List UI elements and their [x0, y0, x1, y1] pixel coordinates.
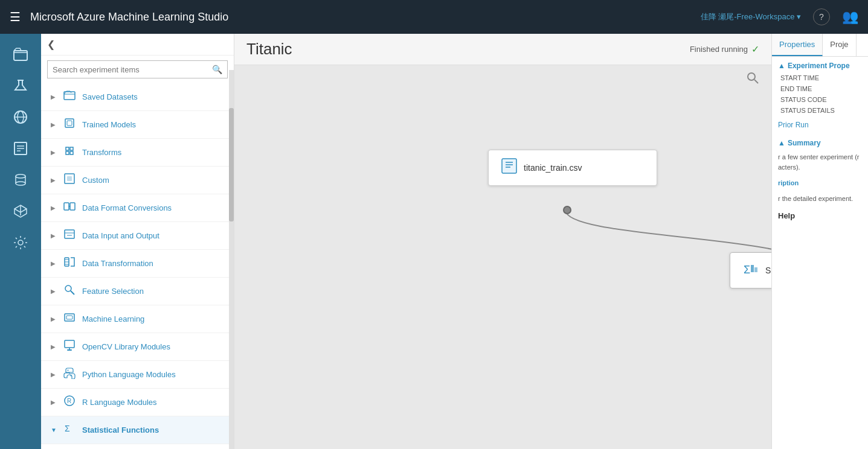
sidebar-item-data-format[interactable]: ▶ Data Format Conversions: [41, 194, 234, 222]
svg-rect-16: [67, 121, 72, 126]
icon-bar-item-globe[interactable]: [6, 103, 35, 132]
arrow-icon: ▶: [51, 343, 57, 350]
icon-bar-item-notes[interactable]: [6, 134, 35, 163]
canvas[interactable]: titanic_train.csv Σ Summarize Data ✓: [234, 65, 771, 449]
prior-run-link[interactable]: Prior Run: [772, 116, 868, 134]
summary-triangle-icon: ▲: [778, 139, 785, 147]
workspace-selector[interactable]: 佳降 瀬尾-Free-Workspace ▾: [701, 11, 801, 22]
end-time-field: END TIME: [772, 83, 868, 94]
start-time-field: START TIME: [772, 72, 868, 83]
sidebar-item-transforms[interactable]: ▶ Transforms: [41, 139, 234, 167]
machine-learning-icon: [63, 311, 76, 326]
sidebar-item-saved-datasets[interactable]: ▶ Saved Datasets: [41, 83, 234, 111]
sidebar-label-feature-selection: Feature Selection: [82, 287, 144, 296]
sidebar-item-r-lang[interactable]: ▶ R R Language Modules: [41, 389, 234, 416]
status-details-field: STATUS DETAILS: [772, 105, 868, 116]
custom-icon: [63, 173, 76, 188]
layout: ❮ 🔍 ▶ Saved Datasets ▶ Trained Models: [0, 0, 868, 449]
svg-text:Σ: Σ: [744, 264, 750, 276]
r-lang-icon: R: [63, 395, 76, 410]
triangle-icon: ▲: [778, 62, 785, 70]
svg-text:R: R: [67, 398, 71, 404]
sidebar-label-trained-models: Trained Models: [82, 120, 136, 129]
sidebar-item-python[interactable]: ▶ Python Language Modules: [41, 361, 234, 389]
svg-point-32: [71, 375, 72, 377]
sidebar-label-opencv: OpenCV Library Modules: [82, 342, 170, 351]
top-nav: ☰ Microsoft Azure Machine Learning Studi…: [0, 0, 868, 34]
hamburger-icon[interactable]: ☰: [10, 10, 21, 24]
sidebar-collapse-button[interactable]: ❮: [41, 34, 234, 56]
connection-lines: [234, 65, 771, 449]
icon-bar: [0, 34, 41, 449]
sidebar-label-data-input: Data Input and Output: [82, 231, 159, 240]
svg-rect-26: [65, 314, 74, 321]
scrollbar-track: [229, 70, 234, 449]
icon-bar-item-flask[interactable]: [6, 71, 35, 100]
opencv-icon: [63, 339, 76, 354]
svg-rect-19: [64, 203, 69, 210]
svg-rect-15: [65, 119, 74, 127]
help-button[interactable]: ?: [813, 8, 830, 25]
sidebar-label-machine-learning: Machine Learning: [82, 314, 144, 323]
sidebar-item-statistical[interactable]: ▼ Σ Statistical Functions: [41, 416, 234, 444]
sidebar-label-python: Python Language Modules: [82, 370, 176, 379]
search-box: 🔍: [47, 60, 228, 78]
svg-point-12: [16, 182, 25, 185]
titanic-output-port[interactable]: [563, 206, 571, 214]
svg-rect-21: [65, 230, 74, 238]
sidebar-item-feature-selection[interactable]: ▶ Feature Selection: [41, 278, 234, 305]
svg-point-13: [18, 240, 23, 245]
sidebar-label-r-lang: R Language Modules: [82, 398, 157, 407]
sidebar-label-statistical: Statistical Functions: [82, 425, 159, 435]
svg-point-36: [748, 73, 755, 80]
svg-rect-29: [67, 349, 72, 351]
tab-properties[interactable]: Properties: [772, 34, 823, 56]
svg-point-31: [68, 370, 69, 371]
feature-selection-icon: [63, 284, 76, 299]
status-text: Finished running: [690, 45, 748, 54]
sidebar-item-trained-models[interactable]: ▶ Trained Models: [41, 111, 234, 139]
data-transformation-icon: [63, 256, 76, 271]
summary-text: r a few senter experiment (r acters).: [772, 150, 868, 174]
sidebar-label-custom: Custom: [82, 176, 109, 185]
sidebar-label-saved-datasets: Saved Datasets: [82, 92, 138, 101]
svg-rect-41: [754, 267, 757, 272]
status-check-icon: ✓: [751, 43, 759, 55]
summarize-node[interactable]: Σ Summarize Data ✓: [730, 252, 771, 288]
icon-bar-item-cylinder[interactable]: [6, 165, 35, 194]
titanic-node[interactable]: titanic_train.csv: [488, 150, 657, 186]
search-input[interactable]: [48, 62, 207, 78]
app-title: Microsoft Azure Machine Learning Studio: [30, 11, 691, 24]
svg-rect-40: [751, 265, 754, 272]
titanic-node-label: titanic_train.csv: [524, 163, 582, 173]
sidebar-item-data-input[interactable]: ▶ Data Input and Output: [41, 222, 234, 250]
main-header: Titanic Finished running ✓: [234, 34, 771, 65]
canvas-search-icon[interactable]: [746, 71, 759, 88]
icon-bar-item-cube[interactable]: [6, 197, 35, 226]
scrollbar-thumb[interactable]: [229, 108, 234, 221]
statistical-icon: Σ: [63, 422, 76, 438]
sidebar-item-data-transformation[interactable]: ▶ Data Transformation: [41, 250, 234, 278]
data-format-icon: [63, 200, 76, 215]
sidebar-label-transforms: Transforms: [82, 148, 121, 157]
sidebar-item-opencv[interactable]: ▶ OpenCV Library Modules: [41, 333, 234, 361]
user-icon[interactable]: 👥: [842, 9, 858, 25]
svg-rect-27: [66, 316, 72, 319]
arrow-icon: ▶: [51, 205, 57, 211]
svg-rect-38: [502, 159, 516, 173]
tab-project[interactable]: Proje: [823, 34, 856, 56]
data-input-icon: [63, 228, 76, 243]
search-icon: 🔍: [207, 61, 227, 78]
arrow-icon: ▶: [51, 316, 57, 322]
arrow-icon: ▶: [51, 149, 57, 156]
svg-line-25: [71, 291, 74, 295]
icon-bar-item-gear[interactable]: [6, 228, 35, 257]
arrow-icon: ▶: [51, 288, 57, 295]
sidebar-item-machine-learning[interactable]: ▶ Machine Learning: [41, 305, 234, 333]
python-icon: [63, 367, 76, 382]
arrow-icon: ▶: [51, 94, 57, 100]
transforms-icon: [63, 145, 76, 160]
icon-bar-item-folder[interactable]: [6, 40, 35, 69]
summarize-node-label: Summarize Data: [765, 266, 771, 275]
sidebar-item-custom[interactable]: ▶ Custom: [41, 167, 234, 194]
